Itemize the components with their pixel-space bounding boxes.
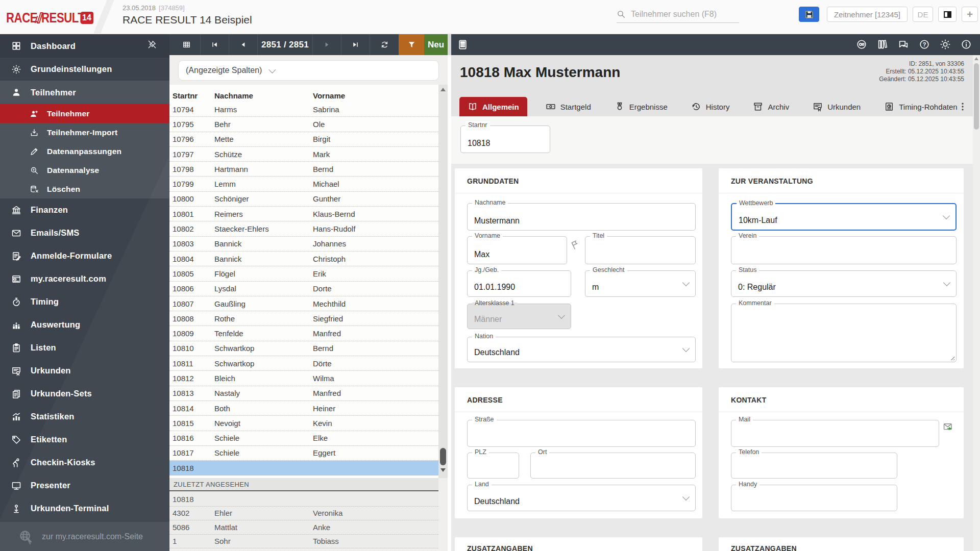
table-row[interactable]: 10796MetteBirgit — [169, 132, 438, 147]
handy-field[interactable]: Handy — [731, 485, 897, 511]
contrast-button[interactable] — [938, 7, 957, 22]
grid-view-button[interactable] — [173, 34, 200, 55]
telefon-field[interactable]: Telefon — [731, 453, 897, 479]
tab-archiv[interactable]: Archiv — [748, 97, 794, 116]
sidebar-item-auswertung[interactable]: Auswertung — [0, 313, 169, 336]
recent-row[interactable]: 10818 — [169, 492, 438, 507]
tab-ergebnisse[interactable]: Ergebnisse — [609, 97, 673, 116]
strasse-field[interactable]: Straße — [467, 420, 696, 447]
table-row[interactable]: 10804BannickChristoph — [169, 252, 438, 266]
scrollbar-thumb[interactable] — [974, 63, 979, 130]
search-input[interactable] — [630, 9, 732, 19]
table-row[interactable]: 10812BleichWilma — [169, 371, 438, 386]
table-row[interactable]: 10816SchieleElke — [169, 431, 438, 446]
tab-allgemein[interactable]: Allgemein — [459, 97, 527, 116]
sidebar-item-dashboard[interactable]: Dashboard — [0, 34, 169, 58]
columns-dropdown[interactable]: (Angezeigte Spalten) — [178, 60, 439, 81]
sidebar-item-timing[interactable]: Timing — [0, 290, 169, 313]
last-record-button[interactable] — [341, 34, 370, 55]
sidebar-item-datenanalyse[interactable]: Datenanalyse — [0, 161, 169, 180]
col-nachname[interactable]: Nachname — [214, 91, 313, 100]
status-select[interactable]: Status 0: Regulär — [731, 270, 957, 297]
first-record-button[interactable] — [200, 34, 229, 55]
sidebar-item-l-schen[interactable]: Löschen — [0, 180, 169, 198]
table-row[interactable]: 10805FlögelErik — [169, 266, 438, 281]
scroll-up-icon[interactable] — [974, 57, 978, 60]
wettbewerb-select[interactable]: Wettbewerb 10km-Lauf — [731, 203, 957, 231]
new-record-button[interactable]: Neu — [424, 34, 448, 55]
sidebar-footer-link[interactable]: zur my.raceresult.com-Seite — [0, 522, 169, 551]
add-window-button[interactable]: + — [962, 7, 978, 22]
mail-field[interactable]: Mail — [731, 420, 939, 447]
plz-field[interactable]: PLZ — [467, 453, 519, 479]
sidebar-item-presenter[interactable]: Presenter — [0, 474, 169, 497]
col-startnr[interactable]: Startnr — [173, 91, 214, 100]
table-row[interactable]: 10795BehrOle — [169, 117, 438, 132]
table-row[interactable]: 10798HartmannBernd — [169, 162, 438, 177]
table-row[interactable]: 10814BothHeiner — [169, 401, 438, 416]
tab-timing-rohdaten[interactable]: Timing-Rohdaten — [879, 97, 963, 116]
table-row[interactable]: 10815NevoigtKevin — [169, 416, 438, 431]
recent-row[interactable]: 4302EhlerVeronika — [169, 507, 438, 521]
table-row[interactable]: 10803BannickJohannes — [169, 237, 438, 252]
table-row[interactable]: 10817SchieleEggert — [169, 446, 438, 461]
list-scrollbar[interactable] — [438, 85, 448, 478]
table-row[interactable]: 10807GaußlingMechthild — [169, 296, 438, 311]
table-row[interactable]: 10818 — [169, 461, 438, 475]
kommentar-textarea[interactable]: Kommentar — [731, 304, 957, 362]
sidebar-item-teilnehmer[interactable]: Teilnehmer — [0, 104, 169, 123]
brightness-icon[interactable] — [940, 39, 951, 50]
more-tabs-button[interactable] — [958, 99, 968, 114]
col-vorname[interactable]: Vorname — [313, 91, 438, 100]
sidebar-item-finanzen[interactable]: Finanzen — [0, 198, 169, 221]
table-row[interactable]: 10808RotheSiegfried — [169, 311, 438, 326]
language-button[interactable]: DE — [913, 7, 933, 22]
table-row[interactable]: 10813NastalyManfred — [169, 386, 438, 401]
sidebar-item-checkin-kiosks[interactable]: Checkin-Kiosks — [0, 451, 169, 474]
table-row[interactable]: 10806LysdalDorte — [169, 282, 438, 296]
previous-record-button[interactable] — [229, 34, 257, 55]
info-icon[interactable] — [961, 39, 972, 50]
help-icon[interactable]: ? — [919, 39, 930, 50]
table-row[interactable]: 10801ReimersKlaus-Bernd — [169, 207, 438, 221]
detail-scrollbar[interactable] — [973, 55, 980, 551]
pin-off-icon[interactable] — [147, 39, 157, 49]
sidebar-item-grundeinstellungen[interactable]: Grundeinstellungen — [0, 58, 169, 81]
sidebar-item-emails-sms[interactable]: Emails/SMS — [0, 221, 169, 244]
table-row[interactable]: 10810SchwartkopBernd — [169, 341, 438, 356]
startnr-field[interactable]: Startnr 10818 — [460, 126, 550, 153]
tab-urkunden[interactable]: Urkunden — [807, 97, 866, 116]
refresh-button[interactable] — [370, 34, 399, 55]
sidebar-item-datenanpassungen[interactable]: Datenanpassungen — [0, 142, 169, 161]
nation-select[interactable]: Nation Deutschland — [467, 337, 696, 362]
table-row[interactable]: 10800SchönigerGunther — [169, 192, 438, 207]
geschlecht-select[interactable]: Geschlecht m — [585, 270, 696, 297]
next-record-button[interactable] — [312, 34, 341, 55]
scroll-up-icon[interactable] — [440, 88, 446, 91]
filter-button[interactable] — [399, 34, 424, 55]
chat-icon[interactable] — [898, 39, 909, 50]
ort-field[interactable]: Ort — [530, 453, 696, 479]
table-row[interactable]: 10809TenfeldeManfred — [169, 326, 438, 341]
calculator-icon[interactable] — [457, 39, 469, 51]
table-row[interactable]: 10811SchwartkopDörte — [169, 356, 438, 371]
recent-row[interactable]: 1SohrTobiass — [169, 535, 438, 549]
record-icon[interactable] — [856, 39, 867, 50]
table-row[interactable]: 10794HarmsSabrina — [169, 102, 438, 117]
sidebar-item-urkunden[interactable]: Urkunden — [0, 359, 169, 382]
swap-names-icon[interactable] — [570, 240, 580, 250]
titel-field[interactable]: Titel — [585, 236, 696, 264]
nachname-field[interactable]: Nachname Mustermann — [467, 203, 696, 231]
vorname-field[interactable]: Vorname Max — [467, 236, 567, 264]
sidebar-item-etiketten[interactable]: Etiketten — [0, 428, 169, 451]
tab-startgeld[interactable]: Startgeld — [541, 97, 596, 116]
sidebar-item-teilnehmer[interactable]: Teilnehmer — [0, 81, 169, 104]
send-mail-icon[interactable] — [943, 423, 954, 432]
recent-row[interactable]: 5086MattlatAnke — [169, 520, 438, 535]
save-button[interactable] — [799, 7, 819, 22]
library-icon[interactable] — [877, 39, 888, 50]
sidebar-item-urkunden-sets[interactable]: Urkunden-Sets — [0, 382, 169, 405]
scrollbar-thumb[interactable] — [440, 448, 446, 465]
table-row[interactable]: 10797SchützeMark — [169, 147, 438, 162]
table-row[interactable]: 10799LemmMichael — [169, 177, 438, 191]
